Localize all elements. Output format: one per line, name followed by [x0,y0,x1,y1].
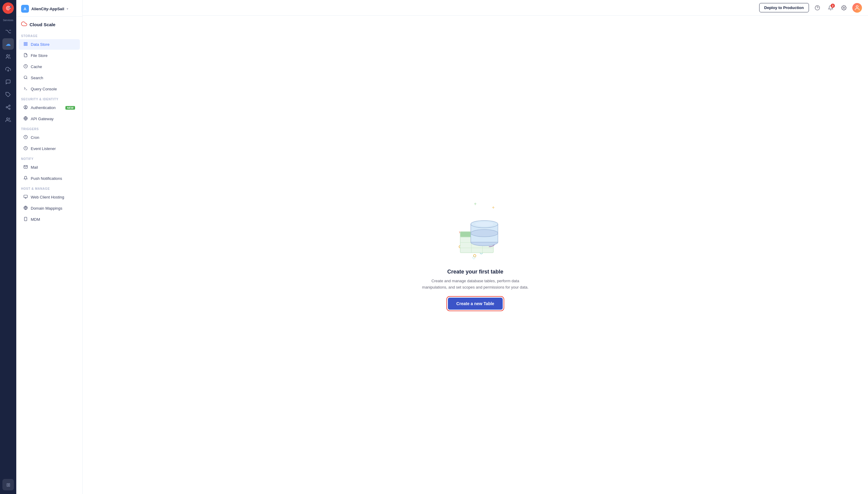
app-name: AlienCity-AppSail [31,7,64,11]
settings-icon[interactable] [839,3,849,13]
svg-point-14 [24,76,27,79]
sidebar: A AlienCity-AppSail ▾ Cloud Scale STORAG… [16,0,82,494]
api-gateway-label: API Gateway [31,117,75,121]
svg-point-5 [9,108,10,110]
svg-text:+: + [492,205,495,210]
event-listener-icon [23,146,28,151]
notify-section-label: NOTIFY [16,154,82,162]
search-label: Search [31,76,75,80]
main-area: Deploy to Production 2 + + [82,0,868,494]
svg-point-4 [6,107,7,108]
sidebar-item-cron[interactable]: Cron [19,132,80,143]
sidebar-item-mdm[interactable]: MDM [19,214,80,225]
svg-point-18 [25,106,26,108]
sidebar-item-domain-mappings[interactable]: Domain Mappings [19,203,80,213]
cron-icon [23,135,28,140]
notification-badge: 2 [831,4,835,8]
sidebar-item-web-client-hosting[interactable]: Web Client Hosting [19,192,80,203]
user-avatar[interactable] [852,3,862,13]
app-selector[interactable]: A AlienCity-AppSail ▾ [21,5,77,13]
notification-icon[interactable]: 2 [826,3,835,13]
svg-text:+: + [474,201,477,206]
create-table-button[interactable]: Create a new Table [448,298,503,310]
svg-rect-23 [24,195,27,197]
app-icon: A [21,5,29,13]
security-section-label: SECURITY & IDENTITY [16,95,82,102]
sidebar-item-authentication[interactable]: Authentication NEW [19,102,80,113]
web-hosting-icon [23,195,28,200]
code-icon[interactable]: ⌥ [2,25,14,37]
sidebar-item-api-gateway[interactable]: API Gateway [19,114,80,124]
api-gateway-icon [23,116,28,121]
users-icon[interactable] [2,51,14,62]
svg-rect-10 [26,42,27,44]
cloud-scale-header: Cloud Scale [16,17,82,31]
triggers-section-label: TRIGGERS [16,125,82,132]
app-logo[interactable]: 🎯 [2,2,14,14]
query-console-icon [23,87,28,92]
cloud-icon[interactable]: ☁ [2,38,14,50]
svg-rect-11 [26,44,27,45]
mail-icon [23,165,28,170]
svg-point-33 [856,5,858,7]
help-icon[interactable] [813,3,822,13]
event-listener-label: Event Listener [31,146,75,151]
empty-state: + + × ◇ ◇ [415,194,536,316]
data-store-label: Data Store [31,42,75,47]
web-hosting-label: Web Client Hosting [31,195,75,200]
svg-point-32 [843,7,845,8]
svg-point-54 [475,222,493,226]
new-badge: NEW [66,106,75,110]
svg-line-7 [7,106,9,107]
cloud-scale-icon [21,21,27,28]
download-icon[interactable] [2,63,14,75]
storage-section-label: STORAGE [16,31,82,39]
domain-icon [23,206,28,211]
topbar: Deploy to Production 2 [82,0,868,16]
svg-point-52 [471,230,498,237]
data-store-icon [23,42,28,47]
sidebar-item-data-store[interactable]: Data Store [19,39,80,50]
cron-label: Cron [31,135,75,140]
content-area: + + × ◇ ◇ [82,16,868,494]
deploy-button[interactable]: Deploy to Production [759,3,809,12]
svg-rect-9 [24,42,25,44]
search-icon [23,75,28,80]
svg-line-6 [7,108,9,109]
authentication-label: Authentication [31,106,62,110]
cloud-scale-title: Cloud Scale [30,22,55,27]
sidebar-item-push-notifications[interactable]: Push Notifications [19,173,80,184]
sidebar-item-query-console[interactable]: Query Console [19,84,80,94]
svg-rect-12 [24,44,25,45]
svg-text:◇: ◇ [472,255,476,260]
db-illustration: + + × ◇ ◇ [442,200,509,260]
sidebar-item-event-listener[interactable]: Event Listener [19,144,80,154]
icon-rail: 🎯 Services ⌥ ☁ ⊞ [0,0,16,494]
sidebar-item-search[interactable]: Search [19,73,80,83]
sidebar-item-cache[interactable]: Cache [19,61,80,72]
sidebar-item-file-store[interactable]: File Store [19,50,80,61]
sidebar-item-mail[interactable]: Mail [19,162,80,173]
sidebar-header: A AlienCity-AppSail ▾ [16,0,82,17]
puzzle-icon[interactable] [2,89,14,100]
mdm-icon [23,217,28,222]
chat-icon[interactable] [2,76,14,88]
svg-line-15 [26,78,27,79]
services-label: Services [3,19,14,22]
host-section-label: HOST & MANAGE [16,184,82,192]
grid-button[interactable]: ⊞ [2,479,14,490]
chevron-down-icon: ▾ [67,7,69,11]
empty-state-description: Create and manage database tables, perfo… [421,278,530,291]
cloud2-icon[interactable] [2,114,14,126]
empty-state-title: Create your first table [447,269,503,275]
svg-point-3 [9,105,10,106]
cache-icon [23,64,28,69]
cache-label: Cache [31,64,75,69]
share-icon[interactable] [2,101,14,113]
query-console-label: Query Console [31,87,75,91]
domain-label: Domain Mappings [31,206,75,211]
file-store-icon [23,53,28,58]
svg-point-8 [7,118,8,119]
push-notifications-icon [23,176,28,181]
mdm-label: MDM [31,217,75,222]
